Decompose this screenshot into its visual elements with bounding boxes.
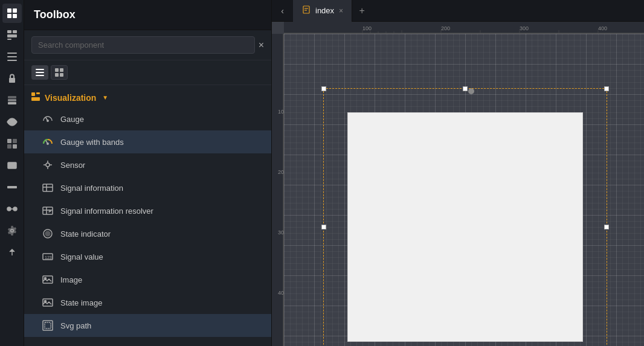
component-gauge[interactable]: Gauge: [24, 107, 271, 130]
tab-label: index: [315, 6, 334, 15]
svg-rect-23: [13, 207, 17, 211]
state-image-icon: [41, 296, 54, 309]
svg-rect-5: [13, 30, 17, 33]
eye-rail-icon[interactable]: [2, 112, 22, 132]
category-label: Visualization: [45, 93, 96, 103]
view-toggle: [24, 60, 271, 85]
arrow-up-rail-icon[interactable]: [2, 243, 22, 262]
list-rail-icon[interactable]: [2, 47, 22, 66]
svg-rect-0: [7, 8, 11, 13]
svg-rect-13: [8, 99, 16, 101]
svg-text:400: 400: [278, 290, 284, 296]
signal-info-resolver-label: Signal information resolver: [60, 207, 153, 216]
dashboard-icon[interactable]: [2, 25, 22, 45]
component-sensor[interactable]: Sensor: [24, 153, 271, 176]
canvas-tab[interactable]: index ×: [294, 0, 352, 22]
visualization-category[interactable]: Visualization ▼: [24, 88, 271, 107]
rect-rail-icon[interactable]: [2, 156, 22, 175]
svg-rect-53: [45, 322, 51, 328]
component-signal-info-resolver[interactable]: Signal information resolver: [24, 199, 271, 222]
component-image[interactable]: Image: [24, 268, 271, 291]
ruler-vertical: 100 200 300 400: [272, 34, 284, 346]
toolbox-header: Toolbox: [24, 0, 271, 30]
svg-text:100: 100: [278, 109, 284, 115]
svg-rect-28: [55, 68, 59, 72]
settings-rail-icon[interactable]: [2, 221, 22, 240]
svg-text:300: 300: [520, 25, 529, 31]
component-gauge-bands[interactable]: Gauge with bands: [24, 130, 271, 153]
svg-rect-3: [13, 14, 17, 18]
component-state-indicator[interactable]: State indicator: [24, 222, 271, 245]
gauge-label: Gauge: [60, 115, 84, 124]
ruler-horizontal: 100 200 300 400: [284, 22, 644, 34]
svg-rect-6: [7, 34, 17, 37]
hbar-rail-icon[interactable]: [2, 178, 22, 197]
canvas-area: ‹ index × + 100 200 300: [272, 0, 644, 346]
svg-rect-26: [36, 72, 44, 73]
svg-point-35: [47, 120, 48, 121]
svg-text:200: 200: [278, 169, 284, 175]
svg-path-label: Svg path: [60, 321, 91, 330]
svg-text:200: 200: [441, 25, 450, 31]
svg-rect-41: [43, 207, 53, 214]
svg-point-45: [45, 231, 50, 236]
search-input[interactable]: [31, 36, 255, 54]
table-rail-icon[interactable]: [2, 134, 22, 153]
svg-rect-10: [7, 60, 17, 61]
svg-rect-12: [8, 96, 16, 98]
layers-rail-icon[interactable]: [2, 91, 22, 110]
svg-rect-33: [36, 92, 40, 94]
svg-rect-7: [7, 39, 11, 40]
chain-rail-icon[interactable]: [2, 199, 22, 219]
toolbox-title: Toolbox: [34, 8, 76, 21]
canvas-widget[interactable]: [347, 112, 583, 342]
svg-rect-29: [60, 68, 63, 72]
svg-rect-4: [7, 30, 11, 33]
sensor-icon: [41, 158, 54, 171]
search-bar: ×: [24, 30, 271, 60]
svg-point-49: [45, 278, 47, 280]
svg-rect-17: [13, 139, 17, 143]
toolbox-panel: Toolbox ×: [24, 0, 272, 346]
svg-rect-54: [303, 6, 309, 13]
signal-info-resolver-icon: [41, 204, 54, 217]
canvas-viewport[interactable]: 100 200 300 400: [272, 22, 644, 346]
state-image-label: State image: [60, 298, 102, 307]
svg-rect-31: [60, 73, 63, 77]
gauge-bands-icon: [41, 135, 54, 149]
lock-rail-icon[interactable]: [2, 69, 22, 88]
signal-value-label: Signal value: [60, 252, 103, 261]
svg-text:123: 123: [45, 255, 52, 260]
component-signal-value[interactable]: 123 Signal value: [24, 245, 271, 268]
canvas-content[interactable]: [284, 34, 644, 346]
tab-add-button[interactable]: +: [352, 0, 372, 22]
svg-rect-22: [7, 207, 11, 211]
svg-point-36: [47, 143, 48, 144]
svg-path-icon: [41, 319, 54, 332]
svg-rect-27: [36, 75, 44, 76]
state-indicator-label: State indicator: [60, 229, 111, 239]
svg-rect-18: [7, 144, 11, 149]
list-view-button[interactable]: [31, 65, 48, 80]
tab-close-button[interactable]: ×: [339, 7, 343, 15]
svg-rect-16: [7, 139, 11, 143]
svg-point-37: [46, 163, 50, 167]
tabs-bar: ‹ index × +: [272, 0, 644, 22]
app-logo-icon[interactable]: [2, 4, 22, 23]
svg-point-15: [10, 121, 13, 124]
component-svg-path[interactable]: Svg path: [24, 314, 271, 337]
gauge-bands-label: Gauge with bands: [60, 138, 124, 147]
svg-rect-38: [43, 184, 53, 191]
signal-info-label: Signal information: [60, 184, 123, 193]
search-clear-button[interactable]: ×: [259, 40, 264, 51]
grid-view-button[interactable]: [51, 65, 68, 80]
canvas-drag-handle[interactable]: [468, 88, 474, 94]
svg-text:400: 400: [598, 25, 607, 31]
svg-rect-1: [13, 8, 17, 13]
signal-value-icon: 123: [41, 250, 54, 263]
component-state-image[interactable]: State image: [24, 291, 271, 314]
sensor-label: Sensor: [60, 161, 85, 170]
component-signal-info[interactable]: Signal information: [24, 176, 271, 199]
tab-back-button[interactable]: ‹: [272, 0, 294, 22]
svg-rect-8: [7, 53, 17, 54]
